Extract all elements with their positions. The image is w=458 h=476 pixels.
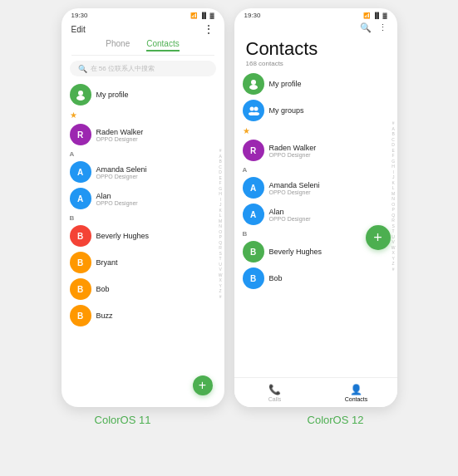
os11-edit-button[interactable]: Edit xyxy=(71,25,86,34)
os11-star-icon: ★ xyxy=(70,110,216,120)
tab-contacts[interactable]: Contacts xyxy=(146,39,179,52)
os11-signal-icon: 📶 xyxy=(190,12,198,19)
calls-icon: 📞 xyxy=(268,384,281,395)
os12-groups-name: My groups xyxy=(269,106,304,115)
os11-beverly-info: Beverly Hughes xyxy=(96,232,216,240)
os11-starred-sub: OPPO Designer xyxy=(96,136,216,142)
os12-starred-contact[interactable]: R Raden Walker OPPO Designer xyxy=(243,137,389,164)
os12-profile-avatar xyxy=(243,73,264,95)
os11-menu-button[interactable]: ⋮ xyxy=(203,22,214,36)
nav-contacts-label: Contacts xyxy=(345,396,368,402)
os11-contact-beverly[interactable]: B Beverly Hughes xyxy=(70,223,216,249)
os12-bob-avatar: B xyxy=(243,267,264,289)
os12-header: 🔍 ⋮ xyxy=(234,21,397,37)
os12-beverly-avatar: B xyxy=(243,241,264,263)
os12-amanda-info: Amanda Seleni OPPO Designer xyxy=(269,181,389,195)
os12-groups-avatar xyxy=(243,100,264,121)
os11-contact-alan[interactable]: A Alan OPPO Designer xyxy=(70,185,216,212)
os11-alan-name: Alan xyxy=(96,192,216,200)
os12-page-title: Contacts xyxy=(234,38,397,60)
os11-contact-bob[interactable]: B Bob xyxy=(70,276,216,302)
os12-bob-info: Bob xyxy=(269,274,389,282)
os12-contact-bob[interactable]: B Bob xyxy=(243,265,389,292)
os12-search-button[interactable]: 🔍 xyxy=(360,22,372,33)
os11-bryant-avatar: B xyxy=(70,252,91,273)
os11-contact-list: My profile ★ R Raden Walker OPPO Designe… xyxy=(62,81,224,407)
os11-buzz-avatar: B xyxy=(70,305,91,326)
svg-point-3 xyxy=(249,85,258,90)
os11-section-b: B xyxy=(70,214,216,222)
os11-bob-info: Bob xyxy=(96,285,216,293)
os11-status-icons: 📶 ▐▌ ▓ xyxy=(190,12,214,19)
os12-beverly-name: Beverly Hughes xyxy=(269,248,389,256)
os12-starred-avatar: R xyxy=(243,140,264,161)
os12-alan-info: Alan OPPO Designer xyxy=(269,208,389,222)
os11-starred-avatar: R xyxy=(70,124,91,145)
os11-body: 19:30 📶 ▐▌ ▓ Edit ⋮ Phone Contacts xyxy=(62,8,224,407)
os12-my-groups[interactable]: My groups xyxy=(243,97,389,124)
os12-fab[interactable]: + xyxy=(366,225,391,250)
os12-wifi-icon: ▐▌ xyxy=(372,12,381,18)
os11-profile-name: My profile xyxy=(96,91,129,99)
os11-alan-sub: OPPO Designer xyxy=(96,200,216,206)
version-labels: ColorOS 11 ColorOS 12 xyxy=(42,414,417,426)
svg-point-7 xyxy=(253,112,259,115)
os11-buzz-info: Buzz xyxy=(96,312,216,320)
svg-point-2 xyxy=(251,80,256,85)
os11-beverly-name: Beverly Hughes xyxy=(96,232,216,240)
os11-starred-contact[interactable]: R Raden Walker OPPO Designer xyxy=(70,121,216,148)
tab-phone[interactable]: Phone xyxy=(106,39,130,52)
os11-search-bar[interactable]: 🔍 在 56 位联系人中搜索 xyxy=(70,61,216,76)
main-container: 19:30 📶 ▐▌ ▓ Edit ⋮ Phone Contacts xyxy=(0,0,458,476)
os11-starred-name: Raden Walker xyxy=(96,128,216,136)
os11-profile-avatar xyxy=(70,84,91,106)
os11-contact-amanda[interactable]: A Amanda Seleni OPPO Designer xyxy=(70,159,216,185)
os11-contact-bryant[interactable]: B Bryant xyxy=(70,249,216,276)
nav-calls[interactable]: 📞 Calls xyxy=(234,384,316,402)
os11-beverly-avatar: B xyxy=(70,225,91,247)
os12-contact-list: My profile My groups ★ R xyxy=(234,71,397,292)
svg-point-4 xyxy=(249,107,254,111)
os11-amanda-info: Amanda Seleni OPPO Designer xyxy=(96,165,216,179)
os12-bottom-nav: 📞 Calls 👤 Contacts xyxy=(234,377,397,407)
os11-contact-buzz[interactable]: B Buzz xyxy=(70,302,216,329)
svg-point-5 xyxy=(254,107,258,111)
os12-beverly-info: Beverly Hughes xyxy=(269,248,389,256)
os12-contact-alan[interactable]: A Alan OPPO Designer xyxy=(243,201,389,228)
os11-time: 19:30 xyxy=(71,12,88,19)
nav-calls-label: Calls xyxy=(268,396,282,402)
svg-point-0 xyxy=(78,91,83,96)
os11-alpha-index: #AB CDE FGH IJK LMN OPQ RST UVW XYZ # xyxy=(219,148,223,374)
os12-status-icons: 📶 ▐▌ ▓ xyxy=(363,12,387,19)
os11-buzz-name: Buzz xyxy=(96,312,216,320)
os12-amanda-sub: OPPO Designer xyxy=(269,189,389,195)
os11-amanda-avatar: A xyxy=(70,161,91,183)
os11-status-bar: 19:30 📶 ▐▌ ▓ xyxy=(62,8,224,21)
os12-status-bar: 19:30 📶 ▐▌ ▓ xyxy=(234,8,397,21)
os12-battery-icon: ▓ xyxy=(382,12,387,18)
os11-alan-info: Alan OPPO Designer xyxy=(96,192,216,206)
os11-bryant-info: Bryant xyxy=(96,258,216,267)
os11-starred-info: Raden Walker OPPO Designer xyxy=(96,128,216,142)
os12-time: 19:30 xyxy=(244,12,261,19)
os11-my-profile[interactable]: My profile xyxy=(70,81,216,108)
os12-my-profile[interactable]: My profile xyxy=(243,71,389,97)
os11-version-label: ColorOS 11 xyxy=(42,414,204,426)
os12-contact-count: 168 contacts xyxy=(234,60,397,71)
os12-amanda-avatar: A xyxy=(243,177,264,199)
os11-bob-name: Bob xyxy=(96,285,216,293)
os11-amanda-sub: OPPO Designer xyxy=(96,174,216,179)
os12-contact-amanda[interactable]: A Amanda Seleni OPPO Designer xyxy=(243,174,389,201)
os12-starred-info: Raden Walker OPPO Designer xyxy=(269,144,389,158)
os12-menu-button[interactable]: ⋮ xyxy=(378,22,387,33)
os11-search-text: 在 56 位联系人中搜索 xyxy=(91,64,155,73)
os12-amanda-name: Amanda Seleni xyxy=(269,181,389,189)
os12-starred-sub: OPPO Designer xyxy=(269,152,389,158)
os11-search-icon: 🔍 xyxy=(78,65,87,73)
os11-fab[interactable]: + xyxy=(193,375,213,395)
os11-header: Edit ⋮ xyxy=(62,21,224,39)
nav-contacts[interactable]: 👤 Contacts xyxy=(316,384,397,402)
os11-battery-icon: ▓ xyxy=(209,12,214,18)
phone-os12: 19:30 📶 ▐▌ ▓ 🔍 ⋮ Contacts 168 contacts xyxy=(234,8,397,407)
os11-bryant-name: Bryant xyxy=(96,258,216,267)
